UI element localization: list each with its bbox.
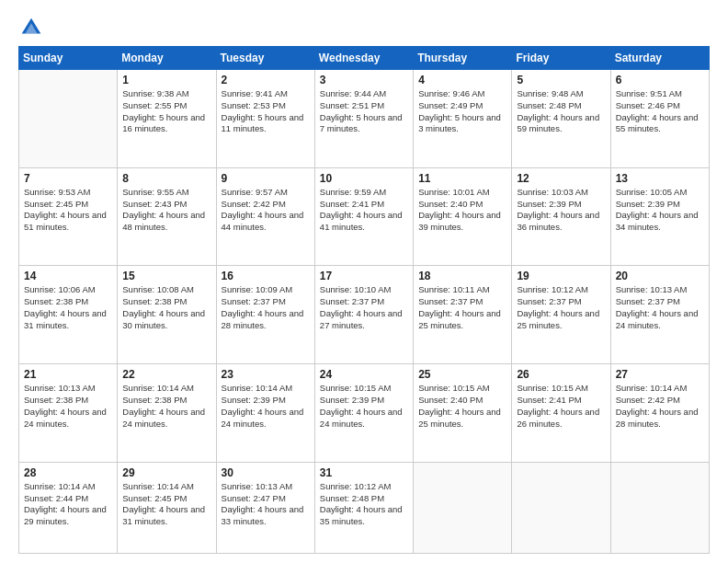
- cell-sun-info: Sunrise: 10:10 AM Sunset: 2:37 PM Daylig…: [320, 284, 408, 331]
- cell-sun-info: Sunrise: 9:44 AM Sunset: 2:51 PM Dayligh…: [320, 88, 408, 135]
- calendar-cell: 8Sunrise: 9:55 AM Sunset: 2:43 PM Daylig…: [118, 167, 216, 266]
- cell-sun-info: Sunrise: 10:15 AM Sunset: 2:40 PM Daylig…: [418, 383, 506, 430]
- weekday-header-wednesday: Wednesday: [314, 47, 413, 70]
- day-number: 28: [24, 466, 112, 479]
- cell-sun-info: Sunrise: 10:13 AM Sunset: 2:47 PM Daylig…: [222, 481, 310, 528]
- day-number: 19: [517, 270, 605, 282]
- cell-sun-info: Sunrise: 10:01 AM Sunset: 2:40 PM Daylig…: [418, 187, 506, 234]
- day-number: 14: [24, 270, 112, 282]
- cell-sun-info: Sunrise: 10:13 AM Sunset: 2:37 PM Daylig…: [616, 284, 704, 331]
- calendar-cell: 3Sunrise: 9:44 AM Sunset: 2:51 PM Daylig…: [314, 70, 413, 168]
- cell-sun-info: Sunrise: 10:11 AM Sunset: 2:37 PM Daylig…: [418, 284, 506, 331]
- calendar-cell: 12Sunrise: 10:03 AM Sunset: 2:39 PM Dayl…: [512, 167, 610, 266]
- day-number: 9: [222, 172, 310, 185]
- cell-sun-info: Sunrise: 10:03 AM Sunset: 2:39 PM Daylig…: [517, 187, 605, 234]
- calendar-week-row: 14Sunrise: 10:06 AM Sunset: 2:38 PM Dayl…: [19, 266, 710, 364]
- day-number: 7: [24, 172, 112, 185]
- cell-sun-info: Sunrise: 10:12 AM Sunset: 2:37 PM Daylig…: [517, 284, 605, 331]
- calendar-cell: 15Sunrise: 10:08 AM Sunset: 2:38 PM Dayl…: [118, 266, 216, 364]
- day-number: 31: [320, 466, 408, 479]
- cell-sun-info: Sunrise: 10:14 AM Sunset: 2:45 PM Daylig…: [122, 481, 210, 528]
- day-number: 3: [320, 74, 408, 86]
- calendar-cell: 13Sunrise: 10:05 AM Sunset: 2:39 PM Dayl…: [610, 167, 709, 266]
- cell-sun-info: Sunrise: 9:55 AM Sunset: 2:43 PM Dayligh…: [122, 187, 210, 234]
- calendar-cell: [610, 462, 709, 553]
- page: SundayMondayTuesdayWednesdayThursdayFrid…: [0, 0, 728, 563]
- calendar-cell: 6Sunrise: 9:51 AM Sunset: 2:46 PM Daylig…: [610, 70, 709, 168]
- cell-sun-info: Sunrise: 10:14 AM Sunset: 2:44 PM Daylig…: [24, 481, 112, 528]
- day-number: 26: [517, 368, 605, 381]
- day-number: 24: [320, 368, 408, 381]
- calendar-cell: 7Sunrise: 9:53 AM Sunset: 2:45 PM Daylig…: [19, 167, 118, 266]
- calendar-cell: 11Sunrise: 10:01 AM Sunset: 2:40 PM Dayl…: [414, 167, 512, 266]
- cell-sun-info: Sunrise: 10:14 AM Sunset: 2:38 PM Daylig…: [122, 383, 210, 430]
- weekday-header-tuesday: Tuesday: [216, 47, 314, 70]
- cell-sun-info: Sunrise: 9:51 AM Sunset: 2:46 PM Dayligh…: [616, 88, 704, 135]
- weekday-header-saturday: Saturday: [610, 47, 709, 70]
- calendar-cell: 24Sunrise: 10:15 AM Sunset: 2:39 PM Dayl…: [314, 364, 413, 463]
- calendar-cell: 26Sunrise: 10:15 AM Sunset: 2:41 PM Dayl…: [512, 364, 610, 463]
- day-number: 17: [320, 270, 408, 282]
- calendar-cell: 29Sunrise: 10:14 AM Sunset: 2:45 PM Dayl…: [118, 462, 216, 553]
- day-number: 1: [122, 74, 210, 86]
- calendar-cell: 18Sunrise: 10:11 AM Sunset: 2:37 PM Dayl…: [414, 266, 512, 364]
- day-number: 12: [517, 172, 605, 185]
- logo-icon: [18, 15, 44, 40]
- calendar-cell: 16Sunrise: 10:09 AM Sunset: 2:37 PM Dayl…: [216, 266, 314, 364]
- day-number: 13: [616, 172, 704, 185]
- cell-sun-info: Sunrise: 10:08 AM Sunset: 2:38 PM Daylig…: [122, 284, 210, 331]
- cell-sun-info: Sunrise: 10:15 AM Sunset: 2:39 PM Daylig…: [320, 383, 408, 430]
- weekday-header-friday: Friday: [512, 47, 610, 70]
- weekday-header-thursday: Thursday: [414, 47, 512, 70]
- day-number: 22: [122, 368, 210, 381]
- cell-sun-info: Sunrise: 9:38 AM Sunset: 2:55 PM Dayligh…: [122, 88, 210, 135]
- calendar-cell: 28Sunrise: 10:14 AM Sunset: 2:44 PM Dayl…: [19, 462, 118, 553]
- day-number: 4: [418, 74, 506, 86]
- cell-sun-info: Sunrise: 9:41 AM Sunset: 2:53 PM Dayligh…: [222, 88, 310, 135]
- day-number: 2: [222, 74, 310, 86]
- calendar-table: SundayMondayTuesdayWednesdayThursdayFrid…: [18, 46, 710, 554]
- logo: [18, 15, 48, 40]
- cell-sun-info: Sunrise: 9:59 AM Sunset: 2:41 PM Dayligh…: [320, 187, 408, 234]
- calendar-cell: 4Sunrise: 9:46 AM Sunset: 2:49 PM Daylig…: [414, 70, 512, 168]
- calendar-cell: 31Sunrise: 10:12 AM Sunset: 2:48 PM Dayl…: [314, 462, 413, 553]
- cell-sun-info: Sunrise: 10:14 AM Sunset: 2:42 PM Daylig…: [616, 383, 704, 430]
- calendar-cell: 21Sunrise: 10:13 AM Sunset: 2:38 PM Dayl…: [19, 364, 118, 463]
- cell-sun-info: Sunrise: 10:13 AM Sunset: 2:38 PM Daylig…: [24, 383, 112, 430]
- cell-sun-info: Sunrise: 9:53 AM Sunset: 2:45 PM Dayligh…: [24, 187, 112, 234]
- weekday-header-monday: Monday: [118, 47, 216, 70]
- day-number: 30: [222, 466, 310, 479]
- day-number: 20: [616, 270, 704, 282]
- calendar-cell: 5Sunrise: 9:48 AM Sunset: 2:48 PM Daylig…: [512, 70, 610, 168]
- calendar-cell: 14Sunrise: 10:06 AM Sunset: 2:38 PM Dayl…: [19, 266, 118, 364]
- day-number: 16: [222, 270, 310, 282]
- calendar-week-row: 21Sunrise: 10:13 AM Sunset: 2:38 PM Dayl…: [19, 364, 710, 463]
- calendar-cell: [19, 70, 118, 168]
- cell-sun-info: Sunrise: 10:06 AM Sunset: 2:38 PM Daylig…: [24, 284, 112, 331]
- calendar-cell: 30Sunrise: 10:13 AM Sunset: 2:47 PM Dayl…: [216, 462, 314, 553]
- header: [18, 15, 710, 40]
- cell-sun-info: Sunrise: 10:15 AM Sunset: 2:41 PM Daylig…: [517, 383, 605, 430]
- calendar-cell: 9Sunrise: 9:57 AM Sunset: 2:42 PM Daylig…: [216, 167, 314, 266]
- calendar-cell: [414, 462, 512, 553]
- day-number: 5: [517, 74, 605, 86]
- day-number: 8: [122, 172, 210, 185]
- cell-sun-info: Sunrise: 10:14 AM Sunset: 2:39 PM Daylig…: [222, 383, 310, 430]
- day-number: 29: [122, 466, 210, 479]
- calendar-cell: [512, 462, 610, 553]
- calendar-cell: 23Sunrise: 10:14 AM Sunset: 2:39 PM Dayl…: [216, 364, 314, 463]
- day-number: 11: [418, 172, 506, 185]
- cell-sun-info: Sunrise: 10:09 AM Sunset: 2:37 PM Daylig…: [222, 284, 310, 331]
- calendar-cell: 17Sunrise: 10:10 AM Sunset: 2:37 PM Dayl…: [314, 266, 413, 364]
- calendar-header-row: SundayMondayTuesdayWednesdayThursdayFrid…: [19, 47, 710, 70]
- calendar-week-row: 7Sunrise: 9:53 AM Sunset: 2:45 PM Daylig…: [19, 167, 710, 266]
- day-number: 21: [24, 368, 112, 381]
- cell-sun-info: Sunrise: 9:46 AM Sunset: 2:49 PM Dayligh…: [418, 88, 506, 135]
- calendar-cell: 2Sunrise: 9:41 AM Sunset: 2:53 PM Daylig…: [216, 70, 314, 168]
- day-number: 15: [122, 270, 210, 282]
- cell-sun-info: Sunrise: 10:12 AM Sunset: 2:48 PM Daylig…: [320, 481, 408, 528]
- day-number: 6: [616, 74, 704, 86]
- calendar-cell: 19Sunrise: 10:12 AM Sunset: 2:37 PM Dayl…: [512, 266, 610, 364]
- weekday-header-sunday: Sunday: [19, 47, 118, 70]
- calendar-cell: 20Sunrise: 10:13 AM Sunset: 2:37 PM Dayl…: [610, 266, 709, 364]
